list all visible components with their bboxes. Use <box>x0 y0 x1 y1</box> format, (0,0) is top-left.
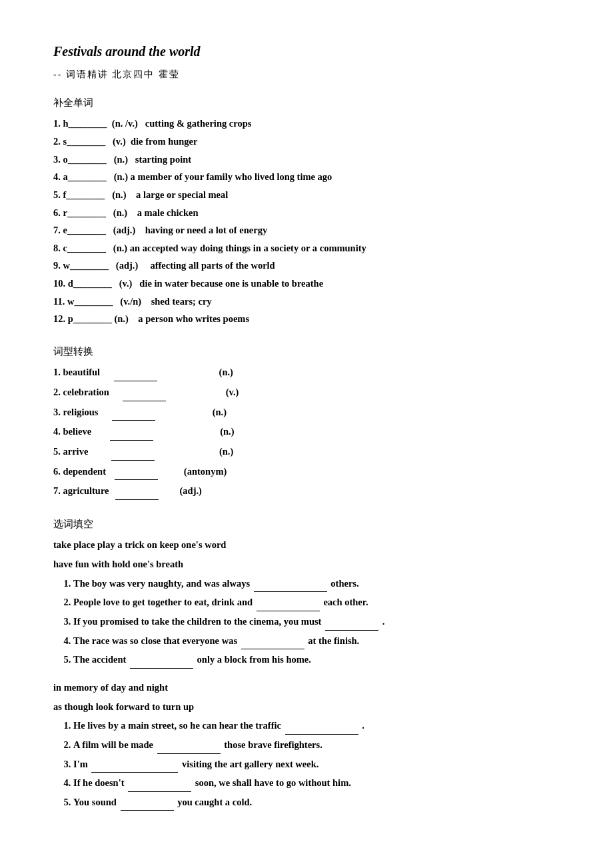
vocab-num: 8. c________ <box>53 243 106 253</box>
vocab-def: affecting all parts of the world <box>150 260 275 271</box>
vocab-def: die in water because one is unable to br… <box>139 278 323 289</box>
fill2-list: He lives by a main street, so he can hea… <box>53 717 560 811</box>
vocab-item-2: 2. s________ (v.) die from hunger <box>53 133 560 150</box>
transform-blank-1 <box>114 364 157 381</box>
section1-title: 补全单词 <box>53 95 560 112</box>
transform-blank-6 <box>115 463 158 481</box>
transform-num: 2. celebration <box>53 387 109 397</box>
wordbank1: take place play a trick on keep one's wo… <box>53 537 560 553</box>
wordbank3: in memory of day and night <box>53 679 560 696</box>
fill-blank-1-2 <box>257 594 320 611</box>
vocab-def: a member of your family who lived long t… <box>131 171 332 182</box>
vocab-num: 4. a________ <box>53 171 107 182</box>
vocab-def: an accepted way doing things in a societ… <box>130 243 366 253</box>
transform-blank-4 <box>110 423 153 441</box>
vocab-num: 1. h________ <box>53 118 107 129</box>
transform-item-4: 4. believe (n.) <box>53 423 560 441</box>
fill-blank-1-5 <box>130 651 193 669</box>
vocab-def: die from hunger <box>131 136 197 147</box>
transform-blank-5 <box>111 443 155 461</box>
fill2-item-2: A film will be made those brave firefigh… <box>73 737 560 754</box>
transform-blank-2 <box>123 384 166 401</box>
transform-item-3: 3. religious (n.) <box>53 404 560 421</box>
vocab-def: having or need a lot of energy <box>145 225 267 235</box>
section2-title: 词型转换 <box>53 343 560 361</box>
fill1-list: The boy was very naughty, and was always… <box>53 575 560 669</box>
fill2-item-3: I'm visiting the art gallery next week. <box>73 756 560 773</box>
fill-blank-2-5 <box>121 794 174 811</box>
transform-num: 7. agriculture <box>53 485 109 496</box>
vocab-num: 6. r________ <box>53 207 106 218</box>
vocab-num: 7. e________ <box>53 225 106 235</box>
section3-title: 选词填空 <box>53 516 560 533</box>
vocab-def: cutting & gathering crops <box>145 118 252 129</box>
transform-list: 1. beautiful (n.) 2. celebration (v.) 3.… <box>53 364 560 499</box>
vocab-def: a person who writes poems <box>138 313 249 324</box>
transform-num: 5. arrive <box>53 446 88 457</box>
vocab-def: a large or special meal <box>136 189 228 200</box>
page-title: Festivals around the world <box>53 40 560 63</box>
fill2-item-4: If he doesn't soon, we shall have to go … <box>73 775 560 792</box>
fill2-item-1: He lives by a main street, so he can hea… <box>73 717 560 735</box>
transform-item-5: 5. arrive (n.) <box>53 443 560 461</box>
fill1-item-1: The boy was very naughty, and was always… <box>73 575 560 593</box>
vocab-num: 11. w________ <box>53 296 113 307</box>
vocab-item-3: 3. o________ (n.) starting point <box>53 151 560 168</box>
vocab-num: 3. o________ <box>53 154 107 165</box>
transform-item-1: 1. beautiful (n.) <box>53 364 560 381</box>
transform-blank-7 <box>115 483 159 500</box>
vocab-pos: (n.) <box>114 171 128 182</box>
wordbank4: as though look forward to turn up <box>53 699 560 715</box>
vocab-item-10: 10. d________ (v.) die in water because … <box>53 275 560 292</box>
fill1-item-5: The accident only a block from his home. <box>73 651 560 669</box>
fill-blank-2-1 <box>285 717 358 735</box>
vocab-pos: (n.) <box>113 243 127 253</box>
fill-blank-1-1 <box>254 575 327 593</box>
transform-num: 4. believe <box>53 426 91 437</box>
transform-item-6: 6. dependent (antonym) <box>53 463 560 481</box>
vocab-num: 2. s________ <box>53 136 105 147</box>
subtitle: -- 词语精讲 北京四中 霍莹 <box>53 67 560 83</box>
fill-blank-2-3 <box>91 756 178 773</box>
vocab-item-1: 1. h________ (n. /v.) cutting & gatherin… <box>53 115 560 132</box>
vocab-item-6: 6. r________ (n.) a male chicken <box>53 205 560 221</box>
vocab-pos: (adj.) <box>113 225 145 235</box>
vocab-pos: (n.) <box>114 313 138 324</box>
transform-num: 3. religious <box>53 407 98 417</box>
vocab-def: a male chicken <box>137 207 199 218</box>
vocab-pos: (adj.) <box>116 260 151 271</box>
vocab-pos: (n. /v.) <box>112 118 145 129</box>
fill1-item-4: The race was so close that everyone was … <box>73 633 560 650</box>
fill2-item-5: You sound you caught a cold. <box>73 794 560 811</box>
fill-blank-2-2 <box>157 737 221 754</box>
vocab-pos: (v.) <box>113 136 131 147</box>
fill1-item-2: People love to get together to eat, drin… <box>73 594 560 611</box>
vocab-def: starting point <box>135 154 191 165</box>
vocab-num: 9. w________ <box>53 260 109 271</box>
transform-item-2: 2. celebration (v.) <box>53 384 560 401</box>
vocab-item-5: 5. f________ (n.) a large or special mea… <box>53 187 560 203</box>
vocab-item-11: 11. w________ (v./n) shed tears; cry <box>53 293 560 310</box>
transform-item-7: 7. agriculture (adj.) <box>53 483 560 500</box>
vocab-def: shed tears; cry <box>151 296 212 307</box>
vocab-num: 5. f________ <box>53 189 105 200</box>
vocab-num: 12. p________ <box>53 313 112 324</box>
vocab-item-9: 9. w________ (adj.) affecting all parts … <box>53 257 560 274</box>
vocab-num: 10. d________ <box>53 278 112 289</box>
vocab-list: 1. h________ (n. /v.) cutting & gatherin… <box>53 115 560 327</box>
fill1-item-3: If you promised to take the children to … <box>73 613 560 631</box>
vocab-pos: (n.) <box>113 207 137 218</box>
vocab-item-8: 8. c________ (n.) an accepted way doing … <box>53 240 560 257</box>
vocab-item-12: 12. p________ (n.) a person who writes p… <box>53 311 560 327</box>
vocab-pos: (n.) <box>112 189 136 200</box>
transform-blank-3 <box>112 404 155 421</box>
vocab-item-4: 4. a________ (n.) a member of your famil… <box>53 169 560 185</box>
vocab-pos: (v./n) <box>120 296 151 307</box>
wordbank2: have fun with hold one's breath <box>53 556 560 573</box>
transform-num: 1. beautiful <box>53 367 100 377</box>
vocab-pos: (v.) <box>119 278 140 289</box>
vocab-item-7: 7. e________ (adj.) having or need a lot… <box>53 222 560 239</box>
transform-num: 6. dependent <box>53 466 106 477</box>
vocab-pos: (n.) <box>114 154 135 165</box>
fill-blank-1-3 <box>325 613 378 631</box>
